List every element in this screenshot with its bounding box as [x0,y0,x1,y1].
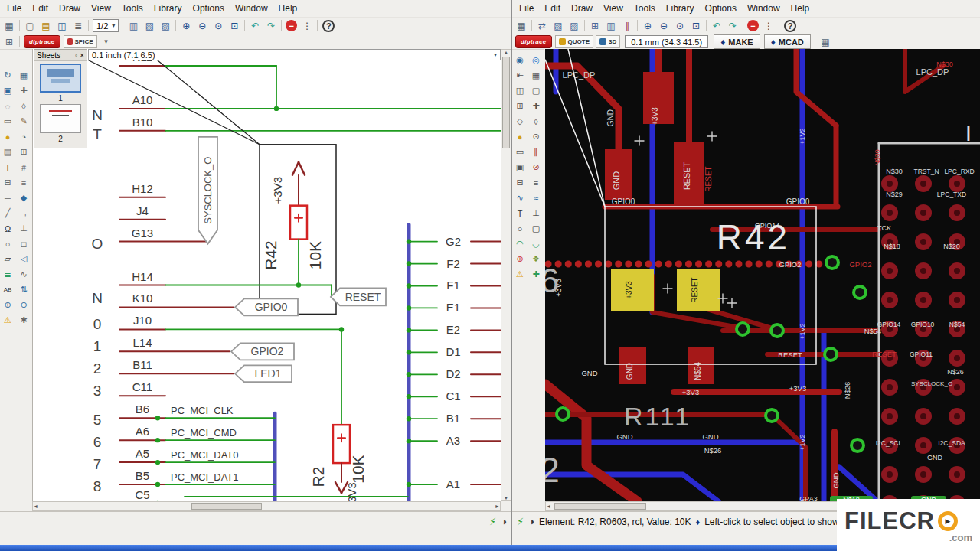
tool-icon[interactable]: ⊞ [513,99,528,113]
tool-icon[interactable]: ⚠ [1,313,15,328]
tool-icon[interactable]: ⊕ [1,298,15,312]
tool-icon[interactable]: ─ [1,191,15,205]
help-icon[interactable]: ? [322,20,335,32]
zoom-fit-icon[interactable]: ⊡ [688,19,704,33]
pcb-canvas[interactable]: LPC_DPLPC_DPGNDRESETGND+3V3RESETGPIO0GPI… [545,49,980,501]
menu-tools[interactable]: Tools [116,0,149,17]
pin-icon[interactable]: ▫ [75,52,77,59]
new-file-icon[interactable]: ▢ [22,19,38,33]
tool-icon[interactable]: ≈ [529,191,544,205]
tool-icon[interactable]: ✚ [17,83,31,98]
scrollbar-thumb[interactable] [191,503,262,510]
print-icon[interactable]: ≣ [70,19,86,33]
menu-file[interactable]: File [514,0,539,17]
vertical-scrollbar[interactable]: ▲ ▼ [501,49,511,501]
grid-setup-icon[interactable]: ⊞ [587,19,603,33]
tool-icon[interactable]: ⊘ [529,160,544,174]
tool-icon[interactable]: ◡ [529,236,544,251]
table-icon[interactable]: ▥ [603,19,619,33]
grid-snap-icon[interactable]: ⊞ [2,35,17,49]
tool-icon[interactable]: # [17,160,31,174]
schematic-canvas[interactable]: +3V3R4210KN11A10B10H12J4G13H14K10J10L14B… [32,49,501,501]
pattern-icon[interactable]: ▧ [550,19,566,33]
contrast-icon[interactable]: ◑ [501,516,507,527]
tool-icon[interactable]: ◊ [529,114,544,129]
power-status-icon[interactable]: ⚡ [517,516,524,527]
diptrace-logo-button[interactable]: diptrace [24,35,60,48]
more-icon[interactable]: ⋮ [761,19,776,33]
undo-icon[interactable]: ↶ [247,19,263,33]
net-flag-GPIO2[interactable]: GPIO2 [231,343,294,360]
tool-icon[interactable]: ○ [513,221,528,236]
tool-icon[interactable]: ✱ [17,313,31,328]
mcad-button[interactable]: ♦ MCAD [764,34,811,49]
menu-view[interactable]: View [598,0,629,17]
close-icon[interactable]: × [80,51,84,60]
tool-icon[interactable]: ✎ [17,114,31,129]
tool-icon[interactable]: ▤ [1,145,15,159]
scroll-left-icon[interactable]: ◄ [33,504,38,509]
tool-icon[interactable]: ⇤ [513,68,528,83]
pattern-icon[interactable]: ▧ [142,19,157,33]
help-icon[interactable]: ? [784,20,796,32]
tool-icon[interactable]: ⊟ [1,175,15,190]
tool-icon[interactable]: ▦ [529,68,544,83]
tool-icon[interactable]: ✚ [529,267,544,282]
scroll-up-icon[interactable]: ▲ [504,50,509,55]
net-flag-RESET[interactable]: RESET [331,288,386,305]
tool-icon[interactable]: ▣ [513,160,528,174]
tool-icon[interactable]: ⊥ [17,221,31,236]
stop-icon[interactable]: − [286,20,297,31]
stop-icon[interactable]: − [747,20,759,31]
tool-icon[interactable]: ¬ [17,206,31,220]
scrollbar-thumb[interactable] [502,57,510,148]
tool-icon[interactable]: ∿ [513,191,528,205]
horizontal-scrollbar[interactable]: ◄ ► [32,501,501,511]
layers-icon[interactable]: ▨ [158,19,173,33]
net-flag-sysclock[interactable]: SYSCLOCK_O [198,137,217,244]
redo-icon[interactable]: ↷ [725,19,740,33]
tool-icon[interactable]: ▣ [1,83,15,98]
tool-icon[interactable]: ◔ [17,129,31,144]
menu-window[interactable]: Window [742,0,786,17]
tool-icon[interactable]: ∥ [529,145,544,159]
sheet-thumbnail-2[interactable] [40,104,81,133]
menu-options[interactable]: Options [188,0,230,17]
spice-chip-button[interactable]: SPICE [64,35,97,48]
layers-icon[interactable]: ▨ [567,19,582,33]
tool-icon[interactable]: ≣ [1,267,15,282]
3d-chip-button[interactable]: 3D [596,35,620,48]
sheet-thumbnail-1[interactable] [40,64,81,93]
tool-icon[interactable]: ◁ [17,252,31,266]
power-status-icon[interactable]: ⚡ [489,516,496,527]
chevron-down-icon[interactable]: ▾ [99,35,114,49]
measure-icon[interactable]: ⇄ [534,19,550,33]
titleblock-icon[interactable]: ▥ [126,19,141,33]
tool-icon[interactable]: ↻ [1,68,15,83]
menu-library[interactable]: Library [149,0,188,17]
schematic-drawing[interactable]: +3V3R4210KN11A10B10H12J4G13H14K10J10L14B… [33,60,501,501]
zoom-out-icon[interactable]: ⊖ [194,19,210,33]
zoom-out-icon[interactable]: ⊖ [656,19,671,33]
zoom-in-icon[interactable]: ⊕ [178,19,194,33]
quote-chip-button[interactable]: QUOTE [555,35,593,48]
zoom-fit-icon[interactable]: ⊡ [227,19,242,33]
menu-draw[interactable]: Draw [566,0,598,17]
scroll-right-icon[interactable]: ► [495,504,500,509]
pcb-drawing[interactable]: LPC_DPLPC_DPGNDRESETGND+3V3RESETGPIO0GPI… [545,49,980,501]
tool-icon[interactable]: ⊙ [529,129,544,144]
menu-file[interactable]: File [2,0,27,17]
tool-icon[interactable]: T [513,206,528,220]
zoom-window-icon[interactable]: ⊙ [672,19,688,33]
more-icon[interactable]: ⋮ [299,19,315,33]
tool-icon[interactable]: ▱ [1,252,15,266]
tool-icon[interactable]: ▢ [529,221,544,236]
r42-component[interactable]: +3V3R4210K [260,145,336,315]
grid-icon[interactable]: ▦ [2,19,17,33]
scrollbar-thumb[interactable] [554,503,646,510]
tool-icon[interactable]: ✚ [529,99,544,113]
menu-help[interactable]: Help [786,0,815,17]
grid-icon[interactable]: ▦ [514,19,529,33]
tool-icon[interactable]: □ [17,236,31,251]
tool-icon[interactable]: Ω [1,221,15,236]
